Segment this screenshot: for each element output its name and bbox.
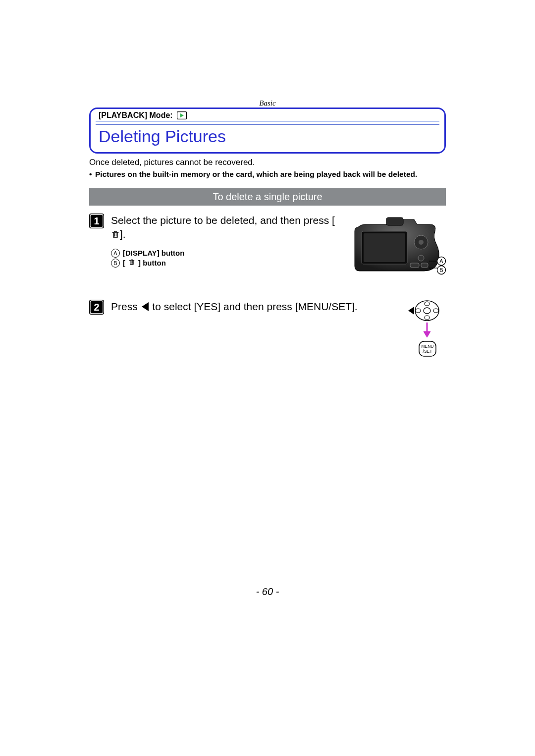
svg-text:1: 1 xyxy=(94,216,99,226)
legend-a-text: [DISPLAY] button xyxy=(123,249,184,257)
step-1-text-part2: ]. xyxy=(120,228,126,240)
svg-rect-11 xyxy=(410,263,419,268)
warning-text-2-content: Pictures on the built-in memory or the c… xyxy=(95,170,417,178)
menuset-line2: /SET xyxy=(423,349,432,354)
svg-point-8 xyxy=(419,240,424,245)
title-rule xyxy=(96,121,439,125)
button-legend: A [DISPLAY] button B [] button xyxy=(111,249,342,268)
callout-a-label: A xyxy=(439,258,443,264)
svg-point-23 xyxy=(425,316,429,320)
section-heading: To delete a single picture xyxy=(89,188,446,206)
step-2-text-part1: Press xyxy=(111,301,141,312)
svg-rect-6 xyxy=(364,233,405,262)
bullet-icon: • xyxy=(89,169,95,179)
dpad-illustration: MENU /SET xyxy=(407,300,446,361)
mode-label-text: [PLAYBACK] Mode: xyxy=(99,111,173,119)
page-number: - 60 - xyxy=(0,586,535,597)
svg-point-25 xyxy=(433,309,438,313)
svg-rect-10 xyxy=(386,217,403,225)
mode-label: [PLAYBACK] Mode: xyxy=(99,111,437,120)
menuset-line1: MENU xyxy=(421,344,433,349)
step-1-text: Select the picture to be deleted, and th… xyxy=(111,214,342,243)
step-1-text-part1: Select the picture to be deleted, and th… xyxy=(111,215,335,226)
callout-b-icon: B xyxy=(111,259,120,268)
title-box: [PLAYBACK] Mode: Deleting Pictures xyxy=(89,108,446,154)
left-arrow-icon xyxy=(142,302,149,311)
svg-marker-26 xyxy=(408,307,414,315)
playback-icon xyxy=(177,111,187,119)
step-2: 2 Press to select [YES] and then press [… xyxy=(89,300,446,361)
step-number-2-icon: 2 xyxy=(89,300,104,317)
step-2-text: Press to select [YES] and then press [ME… xyxy=(111,300,397,314)
svg-point-21 xyxy=(424,308,430,314)
svg-rect-12 xyxy=(421,263,428,268)
svg-text:2: 2 xyxy=(94,302,99,313)
warning-text-2: •Pictures on the built-in memory or the … xyxy=(89,169,446,179)
camera-illustration: A B xyxy=(352,214,446,280)
manual-page: Basic [PLAYBACK] Mode: Deleting Pictures… xyxy=(0,0,535,756)
legend-b-post: ] button xyxy=(138,259,166,267)
legend-b-pre: [ xyxy=(123,259,125,267)
svg-marker-28 xyxy=(424,331,430,337)
trash-icon xyxy=(128,259,135,267)
trash-icon xyxy=(111,228,120,242)
step-2-text-part2: to select [YES] and then press [MENU/SET… xyxy=(150,301,358,312)
page-title: Deleting Pictures xyxy=(99,127,437,146)
callout-a-icon: A xyxy=(111,249,120,258)
section-breadcrumb: Basic xyxy=(89,99,446,108)
warning-text-1: Once deleted, pictures cannot be recover… xyxy=(89,158,446,167)
svg-point-22 xyxy=(425,302,429,306)
callout-b-label: B xyxy=(439,267,443,273)
svg-point-24 xyxy=(416,309,421,313)
svg-point-9 xyxy=(418,255,424,261)
step-1: 1 Select the picture to be deleted, and … xyxy=(89,214,446,280)
step-number-1-icon: 1 xyxy=(89,214,104,230)
